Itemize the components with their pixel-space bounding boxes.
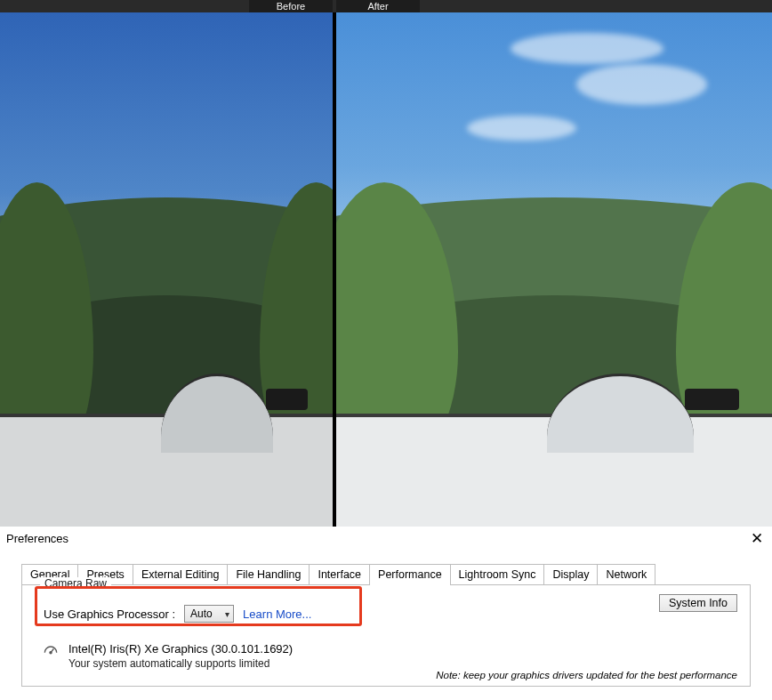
before-after-preview: Before After (0, 0, 772, 527)
before-pane (0, 12, 333, 527)
tab-performance[interactable]: Performance (369, 564, 451, 584)
after-label: After (336, 0, 420, 12)
compare-container (0, 12, 772, 527)
tab-lightroom-sync[interactable]: Lightroom Sync (450, 564, 545, 584)
learn-more-link[interactable]: Learn More... (243, 607, 311, 621)
close-icon[interactable]: ✕ (747, 531, 767, 546)
preferences-dialog: Preferences ✕ General Presets External E… (0, 527, 772, 700)
preferences-tab-body: Camera Raw Use Graphics Processor : Auto… (21, 584, 751, 687)
tab-network[interactable]: Network (597, 564, 655, 584)
gpu-select-value: Auto (190, 607, 213, 620)
gpu-select[interactable]: Auto ▾ (184, 605, 234, 623)
preferences-tabstrip: General Presets External Editing File Ha… (21, 564, 772, 584)
before-label: Before (249, 0, 333, 12)
gauge-icon (42, 642, 60, 663)
preferences-title: Preferences (5, 532, 68, 545)
tab-interface[interactable]: Interface (309, 564, 370, 584)
svg-point-1 (50, 652, 52, 654)
tab-file-handling[interactable]: File Handling (227, 564, 310, 584)
system-info-button[interactable]: System Info (659, 594, 737, 612)
after-pane (336, 12, 772, 527)
gpu-device-line: Intel(R) Iris(R) Xe Graphics (30.0.101.1… (68, 642, 293, 656)
tab-external-editing[interactable]: External Editing (133, 564, 229, 584)
tab-display[interactable]: Display (543, 564, 598, 584)
chevron-down-icon: ▾ (225, 609, 229, 619)
gpu-support-line: Your system automatically supports limit… (68, 656, 293, 670)
gpu-label: Use Graphics Processor : (44, 607, 175, 621)
gpu-note: Note: keep your graphics drivers updated… (436, 670, 737, 680)
fieldset-caption: Camera Raw (40, 577, 111, 590)
